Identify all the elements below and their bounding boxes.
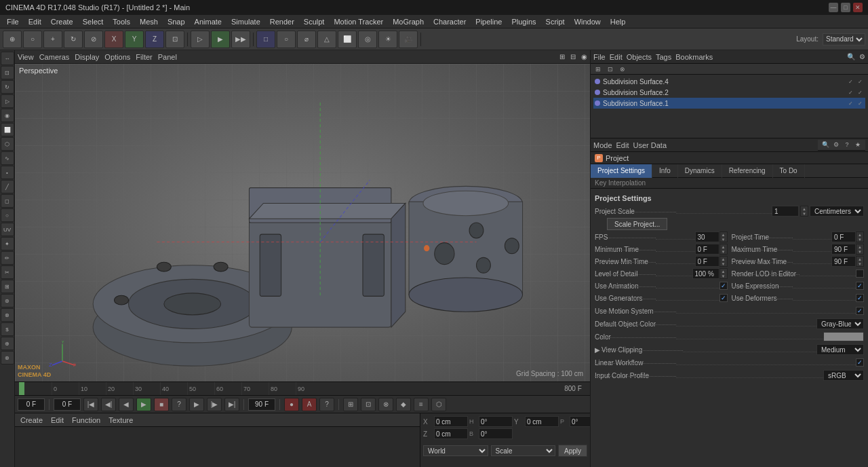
menu-item-mesh[interactable]: Mesh bbox=[136, 16, 162, 27]
anim-btn-key-all[interactable]: ◆ bbox=[396, 398, 411, 411]
obj-menu-bookmarks[interactable]: Bookmarks bbox=[675, 53, 713, 61]
viewport-menu-filter[interactable]: Filter bbox=[136, 53, 152, 61]
close-button[interactable]: ✕ bbox=[853, 3, 863, 12]
render-lod-checkbox[interactable] bbox=[856, 269, 864, 278]
menu-item-mograph[interactable]: MoGraph bbox=[389, 16, 428, 27]
toolbar-btn-cylinder[interactable]: ⌀ bbox=[297, 31, 316, 48]
project-time-spinner[interactable]: ▲▼ bbox=[856, 231, 864, 242]
anim-btn-record[interactable]: ● bbox=[284, 398, 299, 411]
color-swatch[interactable] bbox=[823, 332, 864, 341]
frame-end-input[interactable] bbox=[248, 398, 275, 411]
left-btn-magnet[interactable]: $ bbox=[1, 322, 14, 336]
input-color-select[interactable]: sRGB bbox=[823, 370, 864, 381]
preview-min-spinner[interactable]: ▲▼ bbox=[719, 256, 728, 267]
toolbar-btn-1[interactable]: ⊕ bbox=[3, 31, 22, 48]
use-motion-checkbox[interactable] bbox=[856, 307, 864, 315]
menu-item-window[interactable]: Window bbox=[570, 16, 605, 27]
obj-icon-3[interactable]: ⊗ bbox=[618, 64, 627, 74]
preview-min-input[interactable] bbox=[695, 256, 719, 267]
timeline-cursor[interactable] bbox=[19, 382, 24, 396]
left-btn-uv[interactable]: UV bbox=[1, 223, 14, 236]
left-btn-joint[interactable]: ⊕ bbox=[1, 337, 14, 350]
props-icon-1[interactable]: 🔍 bbox=[821, 140, 830, 149]
left-btn-knife[interactable]: ✂ bbox=[1, 265, 14, 279]
toolbar-btn-torus[interactable]: ◎ bbox=[358, 31, 377, 48]
project-time-input[interactable] bbox=[831, 231, 856, 242]
anim-btn-auto-key[interactable]: A bbox=[302, 398, 317, 411]
left-btn-ik[interactable]: ⊗ bbox=[1, 351, 14, 365]
left-btn-lasso[interactable]: ∿ bbox=[1, 151, 14, 165]
viewport-icon-1[interactable]: ⊞ bbox=[559, 53, 565, 60]
tab-project-settings[interactable]: Project Settings bbox=[591, 164, 652, 178]
menu-item-create[interactable]: Create bbox=[47, 16, 77, 27]
menu-item-edit[interactable]: Edit bbox=[24, 16, 45, 27]
lod-spinner[interactable]: ▲▼ bbox=[719, 268, 728, 279]
bottom-tab-create[interactable]: Create bbox=[18, 416, 45, 424]
scale-project-btn[interactable]: Scale Project... bbox=[607, 218, 667, 230]
project-scale-unit[interactable]: Centimeters bbox=[810, 206, 864, 217]
obj-lock-2[interactable]: ✓ bbox=[856, 99, 864, 107]
obj-lock-0[interactable]: ✓ bbox=[856, 77, 864, 86]
toolbar-btn-y[interactable]: Y bbox=[125, 31, 144, 48]
obj-item-2[interactable]: Subdivision Surface.1 ✓ ✓ bbox=[593, 98, 865, 109]
lod-input[interactable] bbox=[692, 268, 719, 279]
fps-spinner[interactable]: ▲▼ bbox=[719, 231, 728, 242]
view-clipping-select[interactable]: Medium bbox=[816, 344, 864, 355]
menu-item-file[interactable]: File bbox=[3, 16, 23, 27]
project-scale-input[interactable] bbox=[772, 206, 799, 217]
left-btn-scale[interactable]: ⊡ bbox=[1, 66, 14, 79]
rot-h-input[interactable] bbox=[479, 416, 513, 427]
toolbar-btn-3[interactable]: + bbox=[43, 31, 62, 48]
toolbar-btn-z[interactable]: Z bbox=[145, 31, 164, 48]
left-btn-select[interactable]: ▷ bbox=[1, 94, 14, 108]
left-btn-rotate[interactable]: ↻ bbox=[1, 80, 14, 94]
viewport-icon-3[interactable]: ◉ bbox=[581, 53, 587, 60]
left-btn-edges[interactable]: ╱ bbox=[1, 180, 14, 193]
toolbar-btn-x[interactable]: X bbox=[104, 31, 123, 48]
toolbar-btn-5[interactable]: ⊘ bbox=[84, 31, 103, 48]
toolbar-btn-plane[interactable]: ⬜ bbox=[338, 31, 357, 48]
linear-workflow-checkbox[interactable] bbox=[856, 358, 864, 367]
menu-item-tools[interactable]: Tools bbox=[108, 16, 134, 27]
preview-max-spinner[interactable]: ▲▼ bbox=[856, 256, 864, 267]
anim-btn-stop[interactable]: ■ bbox=[154, 398, 169, 411]
left-btn-poly[interactable]: ◻ bbox=[1, 194, 14, 208]
left-btn-poly-sel[interactable]: ⬡ bbox=[1, 137, 14, 151]
left-btn-tweak[interactable]: ✦ bbox=[1, 237, 14, 250]
anim-btn-key-pos[interactable]: ⊞ bbox=[343, 398, 358, 411]
left-btn-loop[interactable]: ⊗ bbox=[1, 308, 14, 322]
use-expr-checkbox[interactable] bbox=[856, 282, 864, 290]
maximize-button[interactable]: □ bbox=[841, 3, 850, 12]
anim-btn-last[interactable]: ▶| bbox=[224, 398, 239, 411]
frame-start-input[interactable] bbox=[54, 398, 81, 411]
menu-item-character[interactable]: Character bbox=[429, 16, 470, 27]
view-clipping-arrow[interactable]: ▶ bbox=[595, 346, 600, 354]
fps-input[interactable] bbox=[695, 231, 719, 242]
menu-item-select[interactable]: Select bbox=[79, 16, 108, 27]
props-menu-edit[interactable]: Edit bbox=[616, 141, 629, 149]
min-time-spinner[interactable]: ▲▼ bbox=[719, 244, 728, 255]
viewport-menu-panel[interactable]: Panel bbox=[158, 53, 177, 61]
left-btn-obj[interactable]: ○ bbox=[1, 208, 14, 222]
anim-btn-play[interactable]: ▶ bbox=[136, 398, 151, 411]
obj-lock-1[interactable]: ✓ bbox=[856, 88, 864, 96]
left-btn-weld[interactable]: ⊛ bbox=[1, 294, 14, 307]
tab-info[interactable]: Info bbox=[652, 164, 678, 178]
toolbar-btn-2[interactable]: ○ bbox=[23, 31, 42, 48]
left-btn-pts[interactable]: • bbox=[1, 166, 14, 179]
rot-b-input[interactable] bbox=[479, 428, 513, 439]
obj-icon-1[interactable]: ⊞ bbox=[593, 64, 603, 74]
anim-btn-key-scale[interactable]: ⊗ bbox=[378, 398, 393, 411]
anim-btn-help[interactable]: ? bbox=[319, 398, 334, 411]
obj-vis-0[interactable]: ✓ bbox=[846, 77, 854, 86]
left-btn-rect-sel[interactable]: ⬜ bbox=[1, 123, 14, 136]
left-btn-move[interactable]: ↔ bbox=[1, 52, 14, 65]
pos-x-input[interactable] bbox=[434, 416, 468, 427]
toolbar-btn-render-region[interactable]: ▷ bbox=[191, 31, 210, 48]
layout-dropdown[interactable]: Standard bbox=[823, 33, 865, 45]
anim-btn-key-rot[interactable]: ⊡ bbox=[361, 398, 376, 411]
world-dropdown[interactable]: World bbox=[423, 445, 488, 456]
anim-btn-key-pla[interactable]: ⬡ bbox=[431, 398, 446, 411]
viewport-menu-cameras[interactable]: Cameras bbox=[39, 53, 70, 61]
toolbar-btn-camera[interactable]: 🎥 bbox=[399, 31, 418, 48]
